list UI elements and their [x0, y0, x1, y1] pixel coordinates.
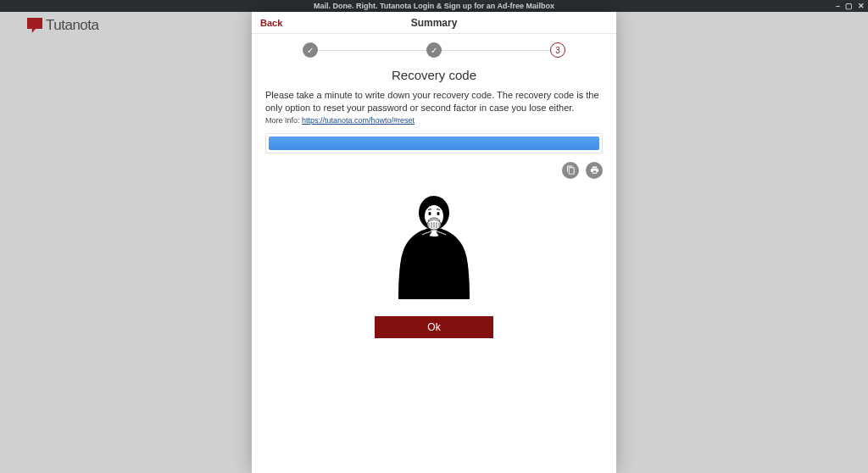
- stepper-line: [318, 50, 426, 51]
- progress-stepper: ✓ ✓ 3: [252, 34, 616, 64]
- person-shush-icon: [383, 191, 485, 301]
- signup-modal: Back Summary ✓ ✓ 3 Recovery code Please …: [252, 12, 616, 473]
- more-info: More Info: https://tutanota.com/howto/#r…: [265, 116, 603, 125]
- section-title: Recovery code: [252, 68, 616, 82]
- more-info-link[interactable]: https://tutanota.com/howto/#reset: [302, 116, 415, 125]
- modal-body: Please take a minute to write down your …: [252, 89, 616, 338]
- brand-logo-icon: [27, 18, 42, 33]
- ok-button[interactable]: Ok: [375, 316, 493, 338]
- close-button[interactable]: ✕: [858, 0, 865, 12]
- minimize-button[interactable]: –: [836, 0, 840, 12]
- recovery-code-selection: [269, 136, 599, 150]
- back-button[interactable]: Back: [260, 12, 282, 34]
- brand-logo[interactable]: Tutanota: [27, 17, 98, 34]
- recovery-code-field[interactable]: [265, 133, 603, 153]
- modal-title: Summary: [411, 17, 458, 29]
- window-controls: – ▢ ✕: [836, 0, 865, 12]
- window-titlebar: Mail. Done. Right. Tutanota Login & Sign…: [0, 0, 868, 12]
- window-title: Mail. Done. Right. Tutanota Login & Sign…: [314, 2, 554, 10]
- secret-illustration: [265, 191, 603, 301]
- print-button[interactable]: [586, 162, 603, 179]
- brand-logo-text: Tutanota: [46, 17, 98, 34]
- maximize-button[interactable]: ▢: [845, 0, 853, 12]
- svg-point-2: [428, 212, 431, 215]
- code-actions: [265, 162, 603, 179]
- step-1-done: ✓: [303, 42, 318, 58]
- modal-header: Back Summary: [252, 12, 616, 34]
- svg-point-3: [437, 212, 439, 215]
- print-icon: [590, 165, 599, 175]
- copy-icon: [566, 165, 576, 175]
- recovery-description: Please take a minute to write down your …: [265, 89, 603, 114]
- copy-button[interactable]: [562, 162, 579, 179]
- step-3-current: 3: [550, 42, 565, 58]
- stepper-line: [442, 50, 550, 51]
- more-info-label: More Info:: [265, 116, 300, 125]
- step-2-done: ✓: [426, 42, 442, 58]
